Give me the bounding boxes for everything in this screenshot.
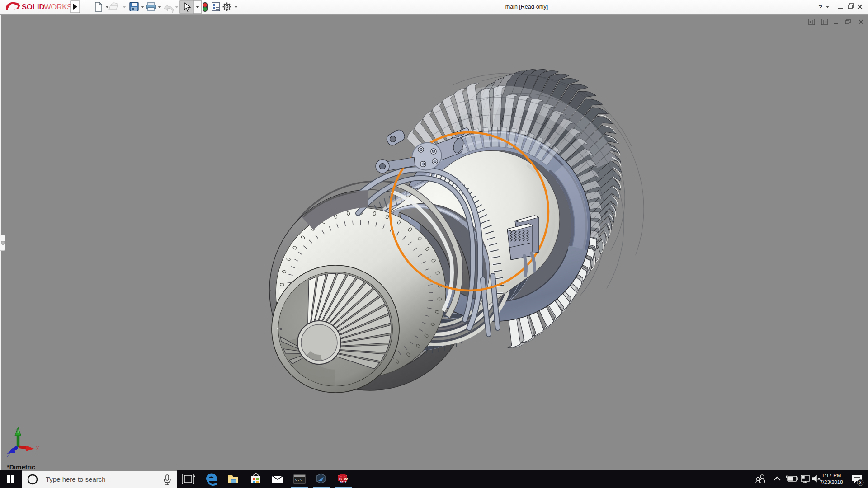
svg-text:2017: 2017: [340, 481, 347, 484]
svg-text:?: ?: [818, 3, 822, 11]
svg-text:SOLID: SOLID: [22, 3, 45, 11]
svg-text:Z: Z: [7, 452, 10, 459]
svg-text:3: 3: [859, 480, 862, 485]
svg-text:Y: Y: [15, 428, 19, 434]
svg-text:C:\_: C:\_: [295, 478, 304, 482]
svg-text:X: X: [36, 446, 39, 452]
svg-text:WORKS: WORKS: [44, 3, 72, 11]
